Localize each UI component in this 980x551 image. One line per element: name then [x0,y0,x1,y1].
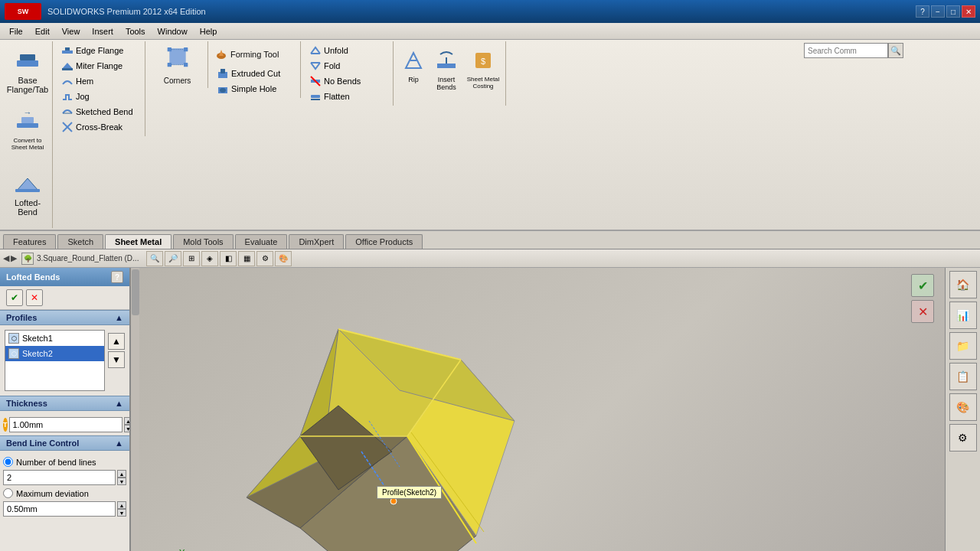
profile-sketch1-label: Sketch1 [22,334,53,343]
menu-file[interactable]: File [3,25,29,37]
bend-deviation-input[interactable] [3,501,116,517]
no-bends-label: No Bends [324,77,361,86]
search-button[interactable]: 🔍 [888,43,903,58]
hem-button[interactable]: Hem [57,73,142,89]
bend-number-input[interactable] [3,470,116,485]
menu-window[interactable]: Window [152,25,194,37]
confirm-button[interactable]: ✔ [6,289,23,306]
tab-mold-tools[interactable]: Mold Tools [173,234,233,249]
nav-back[interactable]: ◀ [3,253,9,263]
rp-btn-home[interactable]: 🏠 [949,271,977,298]
rp-btn-graph[interactable]: 📊 [949,302,977,329]
forming-tool-button[interactable]: Forming Tool [213,43,297,66]
bend-num-spin-up[interactable]: ▲ [117,470,126,478]
zoom-out-btn[interactable]: 🔎 [165,251,181,266]
panel-header: Lofted Bends ? [0,268,129,286]
rp-btn-folder[interactable]: 📁 [949,332,977,360]
sheet-metal-costing-button[interactable]: $ Sheet Metal Costing [464,43,502,104]
rp-btn-color[interactable]: 🎨 [949,393,977,421]
insert-bends-button[interactable]: Insert Bends [429,43,464,104]
convert-to-sheet-metal-button[interactable]: → Convert to Sheet Metal [8,104,47,165]
rp-btn-settings[interactable]: ⚙ [949,424,977,452]
profile-item-sketch2[interactable]: ⬡ Sketch2 [5,346,104,361]
edge-flange-button[interactable]: Edge Flange [57,43,142,58]
menu-view[interactable]: View [56,25,87,37]
bend-collapse-icon: ▲ [115,439,123,448]
simple-hole-button[interactable]: Simple Hole [213,81,297,96]
maximize-button[interactable]: □ [946,5,960,18]
forming-group: Forming Tool Extruded Cut Simple Hole [210,41,301,98]
base-flange-button[interactable]: Base Flange/Tab [8,43,47,104]
bend-radio-number[interactable] [3,457,13,467]
help-button[interactable]: ? [916,5,929,18]
tab-sheet-metal[interactable]: Sheet Metal [105,234,172,249]
sketched-bend-label: Sketched Bend [76,107,133,116]
tab-dimxpert[interactable]: DimXpert [289,234,344,249]
view-section-btn[interactable]: ◧ [220,251,237,266]
tab-evaluate[interactable]: Evaluate [235,234,288,249]
rip-button[interactable]: Rip [398,43,429,104]
search-area: 🔍 [804,43,903,58]
left-scroll[interactable] [130,268,139,551]
bend-num-spin-down[interactable]: ▼ [117,478,126,485]
jog-button[interactable]: Jog [57,89,142,104]
sketched-bend-button[interactable]: Sketched Bend [57,104,142,119]
tab-sketch[interactable]: Sketch [57,234,103,249]
hem-label: Hem [76,77,93,86]
unfold-button[interactable]: Unfold [305,43,390,58]
rip-icon [400,47,427,74]
svg-point-26 [220,88,226,93]
corners-label: Corners [164,77,191,85]
zoom-in-btn[interactable]: 🔍 [146,251,163,266]
convert-label: Convert to Sheet Metal [10,137,45,151]
no-bends-button[interactable]: No Bends [305,73,390,89]
menu-help[interactable]: Help [194,25,224,37]
thickness-input[interactable] [9,417,122,432]
panel-help-button[interactable]: ? [111,271,123,283]
canvas-confirm-button[interactable]: ✔ [911,274,934,297]
zoom-fit-btn[interactable]: ⊞ [183,251,200,266]
bend-number-spin: ▲ ▼ [117,470,126,485]
bend-radio-deviation[interactable] [3,488,13,498]
menu-tools[interactable]: Tools [119,25,152,37]
tab-features[interactable]: Features [3,234,56,249]
nav-arrows: ◀ ▶ [3,253,17,263]
menu-edit[interactable]: Edit [29,25,56,37]
thickness-section-header[interactable]: Thickness ▲ [0,396,129,411]
profile-down-button[interactable]: ▼ [108,351,125,368]
appearance-btn[interactable]: 🎨 [275,251,292,266]
corners-button[interactable]: Corners [147,41,208,88]
profile-item-sketch1[interactable]: ⬡ Sketch1 [5,331,104,346]
bend-dev-spin-down[interactable]: ▼ [117,509,126,517]
profile-list-col: ⬡ Sketch1 ⬡ Sketch2 [5,330,105,391]
view-orient-btn[interactable]: ◈ [201,251,218,266]
nav-fwd[interactable]: ▶ [11,253,17,263]
search-input[interactable] [804,43,888,58]
fold-button[interactable]: Fold [305,58,390,73]
bend-section-header[interactable]: Bend Line Control ▲ [0,435,129,451]
extruded-cut-button[interactable]: Extruded Cut [213,66,297,81]
flatten-button[interactable]: Flatten [305,89,390,104]
rp-btn-table[interactable]: 📋 [949,363,977,390]
profiles-section-header[interactable]: Profiles ▲ [0,310,129,325]
thickness-collapse-icon: ▲ [115,399,123,408]
miter-flange-button[interactable]: Miter Flange [57,58,142,73]
thickness-spin-up[interactable]: ▲ [124,417,131,425]
bend-dev-spin-up[interactable]: ▲ [117,501,126,509]
canvas-cancel-button[interactable]: ✕ [911,300,934,323]
extruded-cut-label: Extruded Cut [231,69,280,78]
lofted-bend-button[interactable]: Lofted-Bend [8,165,47,227]
minimize-button[interactable]: − [931,5,945,18]
cross-break-button[interactable]: Cross-Break [57,119,142,135]
scroll-thumb[interactable] [132,269,139,315]
display-style-btn[interactable]: ▦ [238,251,255,266]
profiles-section: ⬡ Sketch1 ⬡ Sketch2 ▲ ▼ [0,325,129,396]
menu-insert[interactable]: Insert [86,25,119,37]
view-settings-btn[interactable]: ⚙ [256,251,273,266]
tab-office-products[interactable]: Office Products [345,234,423,249]
thickness-spin-down[interactable]: ▼ [124,425,131,432]
cancel-button[interactable]: ✕ [26,289,43,306]
profile-up-button[interactable]: ▲ [108,333,125,350]
thickness-spin: ▲ ▼ [124,417,131,432]
close-button[interactable]: ✕ [962,5,975,18]
